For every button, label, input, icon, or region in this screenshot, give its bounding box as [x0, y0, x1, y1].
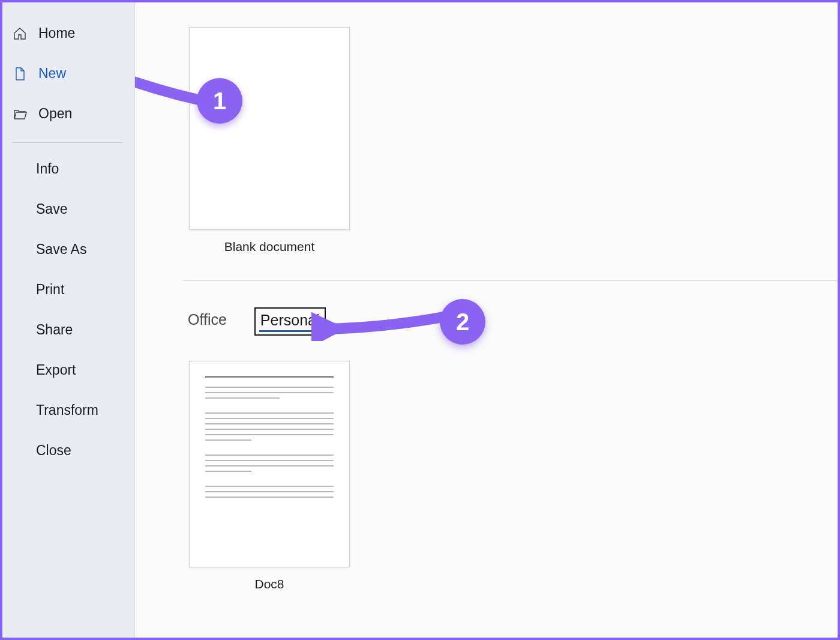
personal-template-thumb: [189, 361, 350, 567]
new-page-main: Blank document Office Personal: [135, 0, 840, 640]
sidebar-item-label: Home: [38, 25, 75, 41]
home-icon: [12, 26, 28, 41]
sidebar-item-label: Close: [36, 442, 71, 459]
backstage-view: Home New Open Info Save Save As Print: [0, 0, 840, 640]
sidebar-item-label: Print: [36, 282, 64, 298]
sidebar-item-home[interactable]: Home: [0, 13, 134, 53]
sidebar-item-save-as[interactable]: Save As: [0, 229, 134, 270]
section-divider: [183, 280, 840, 281]
sidebar-item-label: Save As: [36, 241, 86, 258]
folder-open-icon: [12, 106, 28, 122]
sidebar-item-label: Info: [36, 161, 59, 177]
sidebar-item-print[interactable]: Print: [0, 270, 134, 310]
annotation-badge-2: 2: [440, 299, 485, 345]
annotation-badge-1-circle: 1: [197, 78, 242, 124]
sidebar-item-label: New: [38, 65, 66, 82]
personal-template-card[interactable]: Doc8: [189, 361, 350, 591]
sidebar-item-export[interactable]: Export: [0, 350, 134, 390]
blank-document-label: Blank document: [224, 240, 315, 254]
sidebar-item-info[interactable]: Info: [0, 149, 134, 189]
sidebar-item-open[interactable]: Open: [0, 94, 134, 134]
sidebar-item-new[interactable]: New: [0, 53, 134, 94]
template-tabs: Office Personal: [183, 307, 840, 336]
annotation-arrow-2: [311, 299, 449, 341]
tab-office[interactable]: Office: [183, 307, 232, 333]
annotation-badge-1: 1: [197, 78, 242, 124]
sidebar-item-save[interactable]: Save: [0, 189, 134, 229]
sidebar-item-label: Save: [36, 201, 67, 217]
sidebar-item-label: Transform: [36, 402, 98, 418]
page-icon: [12, 66, 28, 82]
sidebar-item-label: Share: [36, 322, 73, 338]
backstage-sidebar: Home New Open Info Save Save As Print: [0, 0, 135, 640]
sidebar-item-close[interactable]: Close: [0, 430, 134, 471]
sidebar-item-label: Export: [36, 362, 76, 378]
sidebar-item-transform[interactable]: Transform: [0, 390, 134, 430]
annotation-badge-2-circle: 2: [440, 299, 485, 345]
personal-template-label: Doc8: [254, 577, 284, 591]
sidebar-item-share[interactable]: Share: [0, 310, 134, 350]
sidebar-divider: [12, 142, 122, 143]
sidebar-item-label: Open: [38, 106, 72, 122]
